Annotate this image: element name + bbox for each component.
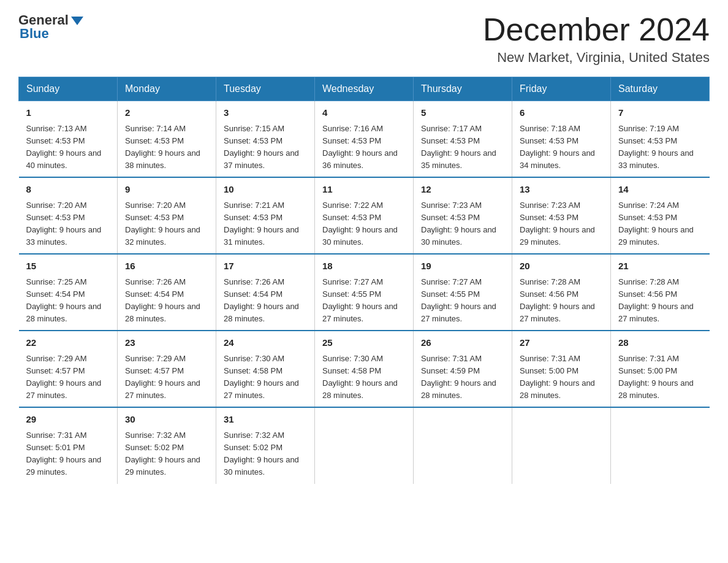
day-number: 11 <box>322 183 406 197</box>
header-cell-thursday: Thursday <box>414 77 512 101</box>
calendar-cell: 28Sunrise: 7:31 AMSunset: 5:00 PMDayligh… <box>611 331 710 407</box>
day-number: 26 <box>421 336 504 350</box>
day-number: 30 <box>125 413 208 427</box>
calendar-cell: 8Sunrise: 7:20 AMSunset: 4:53 PMDaylight… <box>19 177 118 254</box>
calendar-cell: 11Sunrise: 7:22 AMSunset: 4:53 PMDayligh… <box>315 177 414 254</box>
day-number: 27 <box>520 336 603 350</box>
day-number: 22 <box>26 336 110 350</box>
day-number: 23 <box>125 336 208 350</box>
logo-arrow-icon <box>71 17 83 25</box>
calendar-cell: 16Sunrise: 7:26 AMSunset: 4:54 PMDayligh… <box>118 254 216 331</box>
day-number: 12 <box>421 183 504 197</box>
day-number: 1 <box>26 106 110 120</box>
calendar-cell: 30Sunrise: 7:32 AMSunset: 5:02 PMDayligh… <box>118 407 216 483</box>
calendar-cell: 13Sunrise: 7:23 AMSunset: 4:53 PMDayligh… <box>512 177 611 254</box>
day-info: Sunrise: 7:17 AMSunset: 4:53 PMDaylight:… <box>421 123 504 172</box>
day-info: Sunrise: 7:26 AMSunset: 4:54 PMDaylight:… <box>224 276 307 326</box>
day-number: 19 <box>421 259 504 274</box>
header-cell-sunday: Sunday <box>19 77 118 101</box>
day-info: Sunrise: 7:15 AMSunset: 4:53 PMDaylight:… <box>224 123 307 172</box>
day-info: Sunrise: 7:28 AMSunset: 4:56 PMDaylight:… <box>520 276 603 326</box>
calendar-cell: 2Sunrise: 7:14 AMSunset: 4:53 PMDaylight… <box>118 101 216 178</box>
logo-blue-text: Blue <box>20 26 49 42</box>
day-info: Sunrise: 7:13 AMSunset: 4:53 PMDaylight:… <box>26 123 110 172</box>
calendar-cell: 31Sunrise: 7:32 AMSunset: 5:02 PMDayligh… <box>216 407 315 483</box>
calendar-cell <box>512 407 611 483</box>
calendar-cell: 27Sunrise: 7:31 AMSunset: 5:00 PMDayligh… <box>512 331 611 407</box>
day-info: Sunrise: 7:30 AMSunset: 4:58 PMDaylight:… <box>322 353 406 402</box>
day-number: 7 <box>618 106 702 120</box>
day-number: 15 <box>26 259 110 274</box>
calendar-cell: 22Sunrise: 7:29 AMSunset: 4:57 PMDayligh… <box>19 331 118 407</box>
day-info: Sunrise: 7:16 AMSunset: 4:53 PMDaylight:… <box>322 123 406 172</box>
day-info: Sunrise: 7:32 AMSunset: 5:02 PMDaylight:… <box>224 429 307 479</box>
calendar-table: SundayMondayTuesdayWednesdayThursdayFrid… <box>18 77 710 483</box>
day-number: 31 <box>224 413 307 427</box>
day-number: 2 <box>125 106 208 120</box>
logo: General Blue <box>18 12 83 42</box>
day-info: Sunrise: 7:28 AMSunset: 4:56 PMDaylight:… <box>618 276 702 326</box>
calendar-header: SundayMondayTuesdayWednesdayThursdayFrid… <box>19 77 710 101</box>
day-number: 14 <box>618 183 702 197</box>
day-info: Sunrise: 7:24 AMSunset: 4:53 PMDaylight:… <box>618 199 702 249</box>
header-row: SundayMondayTuesdayWednesdayThursdayFrid… <box>19 77 710 101</box>
calendar-cell: 29Sunrise: 7:31 AMSunset: 5:01 PMDayligh… <box>19 407 118 483</box>
title-block: December 2024 New Market, Virginia, Unit… <box>483 12 710 66</box>
calendar-cell: 14Sunrise: 7:24 AMSunset: 4:53 PMDayligh… <box>611 177 710 254</box>
page-header: General Blue December 2024 New Market, V… <box>18 12 710 66</box>
calendar-row-3: 15Sunrise: 7:25 AMSunset: 4:54 PMDayligh… <box>19 254 710 331</box>
calendar-cell: 7Sunrise: 7:19 AMSunset: 4:53 PMDaylight… <box>611 101 710 178</box>
day-info: Sunrise: 7:29 AMSunset: 4:57 PMDaylight:… <box>26 353 110 402</box>
day-info: Sunrise: 7:27 AMSunset: 4:55 PMDaylight:… <box>322 276 406 326</box>
calendar-cell: 3Sunrise: 7:15 AMSunset: 4:53 PMDaylight… <box>216 101 315 178</box>
day-info: Sunrise: 7:18 AMSunset: 4:53 PMDaylight:… <box>520 123 603 172</box>
location-subtitle: New Market, Virginia, United States <box>483 50 710 66</box>
header-cell-friday: Friday <box>512 77 611 101</box>
calendar-body: 1Sunrise: 7:13 AMSunset: 4:53 PMDaylight… <box>19 101 710 484</box>
calendar-cell: 9Sunrise: 7:20 AMSunset: 4:53 PMDaylight… <box>118 177 216 254</box>
calendar-cell: 19Sunrise: 7:27 AMSunset: 4:55 PMDayligh… <box>414 254 512 331</box>
day-number: 6 <box>520 106 603 120</box>
calendar-row-5: 29Sunrise: 7:31 AMSunset: 5:01 PMDayligh… <box>19 407 710 483</box>
calendar-cell <box>414 407 512 483</box>
day-info: Sunrise: 7:31 AMSunset: 5:01 PMDaylight:… <box>26 429 110 479</box>
calendar-cell: 1Sunrise: 7:13 AMSunset: 4:53 PMDaylight… <box>19 101 118 178</box>
day-number: 20 <box>520 259 603 274</box>
calendar-cell: 12Sunrise: 7:23 AMSunset: 4:53 PMDayligh… <box>414 177 512 254</box>
calendar-cell: 10Sunrise: 7:21 AMSunset: 4:53 PMDayligh… <box>216 177 315 254</box>
day-info: Sunrise: 7:20 AMSunset: 4:53 PMDaylight:… <box>125 199 208 249</box>
day-number: 3 <box>224 106 307 120</box>
day-info: Sunrise: 7:19 AMSunset: 4:53 PMDaylight:… <box>618 123 702 172</box>
day-info: Sunrise: 7:31 AMSunset: 5:00 PMDaylight:… <box>520 353 603 402</box>
day-number: 28 <box>618 336 702 350</box>
calendar-cell: 15Sunrise: 7:25 AMSunset: 4:54 PMDayligh… <box>19 254 118 331</box>
header-cell-tuesday: Tuesday <box>216 77 315 101</box>
day-info: Sunrise: 7:25 AMSunset: 4:54 PMDaylight:… <box>26 276 110 326</box>
calendar-row-4: 22Sunrise: 7:29 AMSunset: 4:57 PMDayligh… <box>19 331 710 407</box>
day-number: 18 <box>322 259 406 274</box>
day-number: 16 <box>125 259 208 274</box>
calendar-cell: 4Sunrise: 7:16 AMSunset: 4:53 PMDaylight… <box>315 101 414 178</box>
calendar-row-1: 1Sunrise: 7:13 AMSunset: 4:53 PMDaylight… <box>19 101 710 178</box>
day-info: Sunrise: 7:27 AMSunset: 4:55 PMDaylight:… <box>421 276 504 326</box>
day-number: 5 <box>421 106 504 120</box>
day-number: 13 <box>520 183 603 197</box>
day-number: 17 <box>224 259 307 274</box>
day-info: Sunrise: 7:23 AMSunset: 4:53 PMDaylight:… <box>520 199 603 249</box>
calendar-cell: 17Sunrise: 7:26 AMSunset: 4:54 PMDayligh… <box>216 254 315 331</box>
day-info: Sunrise: 7:30 AMSunset: 4:58 PMDaylight:… <box>224 353 307 402</box>
calendar-cell <box>315 407 414 483</box>
day-info: Sunrise: 7:20 AMSunset: 4:53 PMDaylight:… <box>26 199 110 249</box>
calendar-cell: 24Sunrise: 7:30 AMSunset: 4:58 PMDayligh… <box>216 331 315 407</box>
calendar-row-2: 8Sunrise: 7:20 AMSunset: 4:53 PMDaylight… <box>19 177 710 254</box>
day-number: 24 <box>224 336 307 350</box>
calendar-cell: 6Sunrise: 7:18 AMSunset: 4:53 PMDaylight… <box>512 101 611 178</box>
day-info: Sunrise: 7:29 AMSunset: 4:57 PMDaylight:… <box>125 353 208 402</box>
calendar-cell: 18Sunrise: 7:27 AMSunset: 4:55 PMDayligh… <box>315 254 414 331</box>
day-number: 8 <box>26 183 110 197</box>
calendar-cell: 26Sunrise: 7:31 AMSunset: 4:59 PMDayligh… <box>414 331 512 407</box>
calendar-cell: 21Sunrise: 7:28 AMSunset: 4:56 PMDayligh… <box>611 254 710 331</box>
day-number: 25 <box>322 336 406 350</box>
calendar-cell: 23Sunrise: 7:29 AMSunset: 4:57 PMDayligh… <box>118 331 216 407</box>
day-info: Sunrise: 7:14 AMSunset: 4:53 PMDaylight:… <box>125 123 208 172</box>
